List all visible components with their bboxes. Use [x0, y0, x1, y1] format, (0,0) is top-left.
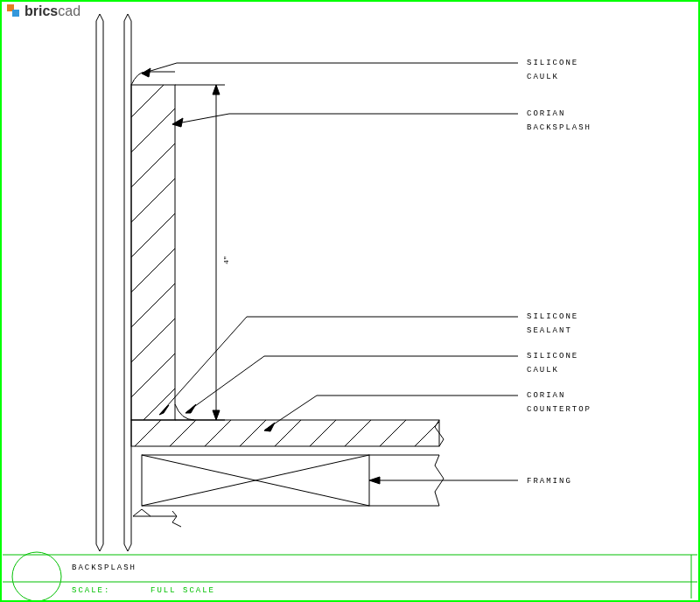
label-framing: FRAMING — [527, 474, 572, 488]
svg-line-29 — [299, 404, 352, 457]
svg-line-10 — [107, 10, 203, 107]
drawing-frame: bricscad — [0, 0, 700, 602]
scale-label: SCALE: — [72, 586, 110, 595]
title-text: BACKSPLASH — [72, 564, 136, 572]
svg-line-15 — [107, 159, 229, 282]
svg-line-21 — [107, 369, 229, 492]
svg-point-2 — [12, 552, 61, 600]
countertop — [124, 404, 457, 457]
svg-line-26 — [194, 404, 247, 457]
label-corian-countertop: CORIAN COUNTERTOP — [527, 388, 592, 416]
sealant-detail — [133, 509, 181, 527]
svg-line-18 — [107, 264, 229, 387]
svg-line-30 — [334, 404, 387, 457]
svg-line-24 — [124, 404, 177, 457]
scale-value: FULL SCALE — [150, 586, 215, 595]
cad-drawing — [2, 2, 698, 600]
svg-marker-42 — [213, 85, 220, 94]
label-silicone-sealant: SILICONE SEALANT — [527, 310, 578, 338]
svg-marker-43 — [213, 410, 220, 420]
leaders — [142, 63, 518, 484]
svg-marker-46 — [159, 405, 169, 415]
svg-line-11 — [107, 19, 229, 142]
svg-marker-47 — [186, 404, 196, 413]
svg-line-16 — [107, 194, 229, 317]
svg-line-25 — [159, 404, 212, 457]
svg-marker-45 — [172, 118, 183, 127]
svg-line-17 — [107, 229, 229, 352]
svg-line-19 — [107, 299, 229, 422]
dimension-text: 4" — [222, 256, 230, 264]
wall-framing — [96, 14, 131, 551]
svg-marker-44 — [142, 68, 150, 77]
svg-line-13 — [107, 89, 229, 212]
label-corian-backsplash: CORIAN BACKSPLASH — [527, 107, 592, 135]
svg-line-32 — [404, 404, 457, 457]
label-silicone-caulk-top: SILICONE CAULK — [527, 56, 578, 84]
svg-line-27 — [229, 404, 282, 457]
svg-line-31 — [369, 404, 422, 457]
label-silicone-caulk-mid: SILICONE CAULK — [527, 349, 578, 377]
svg-line-14 — [107, 124, 229, 247]
svg-line-12 — [107, 54, 229, 177]
svg-line-28 — [264, 404, 317, 457]
svg-line-20 — [107, 334, 229, 457]
svg-marker-49 — [369, 477, 380, 484]
svg-marker-48 — [264, 423, 275, 431]
svg-rect-8 — [131, 85, 175, 420]
